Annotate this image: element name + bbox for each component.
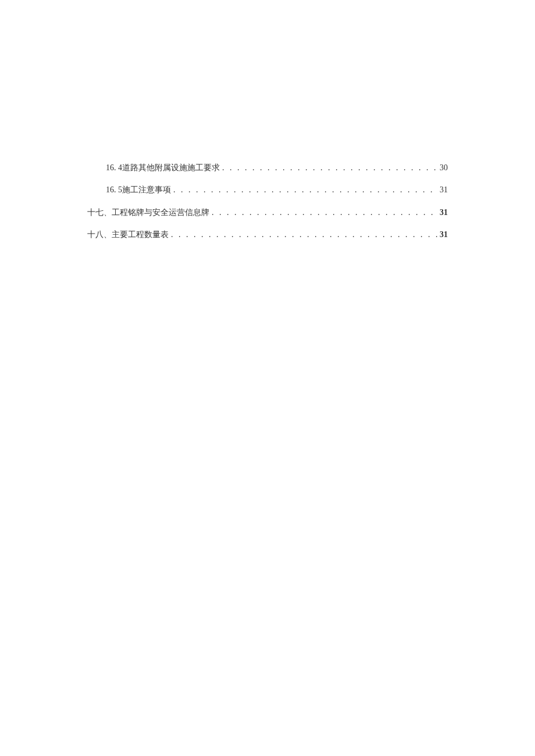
toc-label: 16. 4道路其他附属设施施工要求: [106, 162, 220, 174]
toc-page: 30: [440, 162, 448, 174]
toc-page: 31: [440, 228, 448, 241]
toc-label: 十八、主要工程数量表: [87, 228, 169, 241]
toc-entry: 十七、工程铭牌与安全运营信息牌 . . . . . . . . . . . . …: [87, 206, 448, 219]
toc-label: 十七、工程铭牌与安全运营信息牌: [87, 206, 209, 219]
toc-entry: 16. 4道路其他附属设施施工要求 . . . . . . . . . . . …: [87, 162, 448, 174]
toc-entry: 十八、主要工程数量表 . . . . . . . . . . . . . . .…: [87, 228, 448, 241]
toc-dots: . . . . . . . . . . . . . . . . . . . . …: [212, 206, 437, 219]
toc-dots: . . . . . . . . . . . . . . . . . . . . …: [173, 184, 437, 196]
toc-container: 16. 4道路其他附属设施施工要求 . . . . . . . . . . . …: [87, 162, 448, 251]
toc-label: 16. 5施工注意事项: [106, 184, 171, 196]
toc-page: 31: [440, 206, 448, 219]
toc-page: 31: [440, 184, 448, 196]
toc-entry: 16. 5施工注意事项 . . . . . . . . . . . . . . …: [87, 184, 448, 196]
toc-dots: . . . . . . . . . . . . . . . . . . . . …: [171, 228, 437, 241]
toc-dots: . . . . . . . . . . . . . . . . . . . . …: [222, 162, 437, 174]
